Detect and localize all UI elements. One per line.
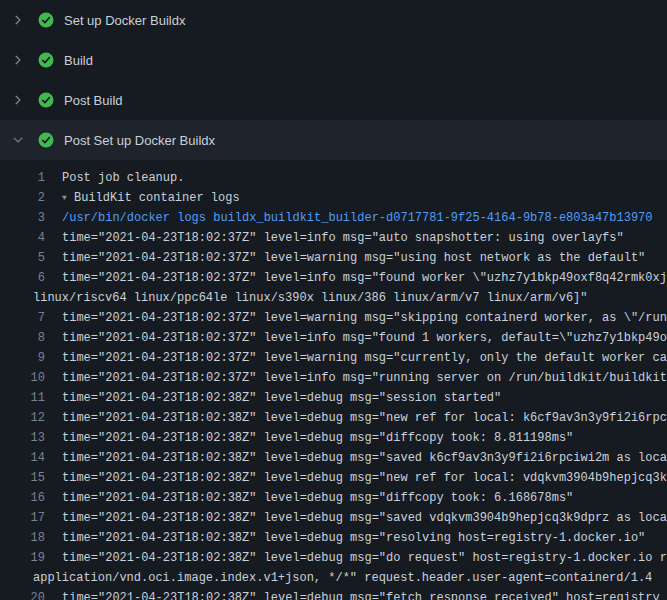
- log-line-number[interactable]: 11: [0, 388, 45, 408]
- log-content: 1Post job cleanup.2▼ BuildKit container …: [0, 160, 667, 600]
- section-header-set-up-docker-buildx[interactable]: Set up Docker Buildx: [0, 0, 667, 40]
- log-text: time="2021-04-23T18:02:38Z" level=debug …: [45, 548, 667, 568]
- log-text: time="2021-04-23T18:02:37Z" level=info m…: [45, 268, 667, 288]
- log-line-19: 19time="2021-04-23T18:02:38Z" level=debu…: [0, 548, 667, 568]
- log-group-header[interactable]: ▼ BuildKit container logs: [45, 188, 667, 208]
- log-line-15: 15time="2021-04-23T18:02:38Z" level=debu…: [0, 468, 667, 488]
- log-line-number[interactable]: 14: [0, 448, 45, 468]
- log-text: time="2021-04-23T18:02:37Z" level=info m…: [45, 328, 667, 348]
- log-line-number[interactable]: 3: [0, 208, 45, 228]
- log-line-9: 9time="2021-04-23T18:02:37Z" level=warni…: [0, 348, 667, 368]
- log-line-6: 6time="2021-04-23T18:02:37Z" level=info …: [0, 268, 667, 288]
- log-text: Post job cleanup.: [45, 168, 667, 188]
- log-line-number[interactable]: 1: [0, 168, 45, 188]
- log-text: time="2021-04-23T18:02:37Z" level=info m…: [45, 228, 667, 248]
- section-header-post-build[interactable]: Post Build: [0, 80, 667, 120]
- log-line-14: 14time="2021-04-23T18:02:38Z" level=debu…: [0, 448, 667, 468]
- log-line-number[interactable]: 7: [0, 308, 45, 328]
- chevron-right-icon: [12, 94, 24, 106]
- log-text: time="2021-04-23T18:02:37Z" level=warnin…: [45, 348, 667, 368]
- check-circle-icon: [38, 132, 54, 148]
- log-text: time="2021-04-23T18:02:38Z" level=debug …: [45, 468, 667, 488]
- log-line-number[interactable]: 12: [0, 408, 45, 428]
- log-line-18: 18time="2021-04-23T18:02:38Z" level=debu…: [0, 528, 667, 548]
- log-line-8: 8time="2021-04-23T18:02:37Z" level=info …: [0, 328, 667, 348]
- log-line-12: 12time="2021-04-23T18:02:38Z" level=debu…: [0, 408, 667, 428]
- log-command-text: /usr/bin/docker logs buildx_buildkit_bui…: [45, 208, 667, 228]
- log-text: time="2021-04-23T18:02:38Z" level=debug …: [45, 448, 667, 468]
- log-line-6-wrap: linux/riscv64 linux/ppc64le linux/s390x …: [0, 288, 667, 308]
- log-line-number[interactable]: 16: [0, 488, 45, 508]
- log-text: time="2021-04-23T18:02:38Z" level=debug …: [45, 408, 667, 428]
- log-text: time="2021-04-23T18:02:38Z" level=debug …: [45, 388, 667, 408]
- section-label: Set up Docker Buildx: [64, 13, 185, 28]
- check-circle-icon: [38, 52, 54, 68]
- log-line-number[interactable]: 17: [0, 508, 45, 528]
- log-text: time="2021-04-23T18:02:38Z" level=debug …: [45, 488, 667, 508]
- check-circle-icon: [38, 92, 54, 108]
- check-circle-icon: [38, 12, 54, 28]
- section-label: Build: [64, 53, 93, 68]
- log-text: time="2021-04-23T18:02:38Z" level=debug …: [45, 588, 667, 600]
- log-line-7: 7time="2021-04-23T18:02:37Z" level=warni…: [0, 308, 667, 328]
- log-line-number[interactable]: 9: [0, 348, 45, 368]
- section-label: Post Build: [64, 93, 123, 108]
- section-header-build[interactable]: Build: [0, 40, 667, 80]
- log-line-20: 20time="2021-04-23T18:02:38Z" level=debu…: [0, 588, 667, 600]
- log-line-number[interactable]: 18: [0, 528, 45, 548]
- log-line-17: 17time="2021-04-23T18:02:38Z" level=debu…: [0, 508, 667, 528]
- section-label: Post Set up Docker Buildx: [64, 133, 215, 148]
- log-text: time="2021-04-23T18:02:37Z" level=warnin…: [45, 308, 667, 328]
- log-line-number[interactable]: 6: [0, 268, 45, 288]
- chevron-down-icon: [12, 134, 24, 146]
- log-line-number[interactable]: 4: [0, 228, 45, 248]
- log-line-19-wrap: application/vnd.oci.image.index.v1+json,…: [0, 568, 667, 588]
- log-line-number[interactable]: 2: [0, 188, 45, 208]
- log-text: time="2021-04-23T18:02:38Z" level=debug …: [45, 428, 667, 448]
- log-line-16: 16time="2021-04-23T18:02:38Z" level=debu…: [0, 488, 667, 508]
- section-header-post-set-up-docker-buildx[interactable]: Post Set up Docker Buildx: [0, 120, 667, 160]
- log-line-13: 13time="2021-04-23T18:02:38Z" level=debu…: [0, 428, 667, 448]
- log-line-3: 3/usr/bin/docker logs buildx_buildkit_bu…: [0, 208, 667, 228]
- log-line-number[interactable]: 8: [0, 328, 45, 348]
- log-text: time="2021-04-23T18:02:37Z" level=warnin…: [45, 248, 667, 268]
- actions-log-viewer: Set up Docker BuildxBuildPost BuildPost …: [0, 0, 667, 600]
- log-line-number[interactable]: 13: [0, 428, 45, 448]
- log-line-11: 11time="2021-04-23T18:02:38Z" level=debu…: [0, 388, 667, 408]
- log-line-number[interactable]: 15: [0, 468, 45, 488]
- log-line-number[interactable]: 19: [0, 548, 45, 568]
- log-line-5: 5time="2021-04-23T18:02:37Z" level=warni…: [0, 248, 667, 268]
- group-collapse-icon[interactable]: ▼: [62, 188, 67, 208]
- log-line-number[interactable]: 20: [0, 588, 45, 600]
- log-line-4: 4time="2021-04-23T18:02:37Z" level=info …: [0, 228, 667, 248]
- log-text: time="2021-04-23T18:02:38Z" level=debug …: [45, 508, 667, 528]
- log-line-10: 10time="2021-04-23T18:02:37Z" level=info…: [0, 368, 667, 388]
- log-line-2: 2▼ BuildKit container logs: [0, 188, 667, 208]
- log-text: time="2021-04-23T18:02:37Z" level=info m…: [45, 368, 667, 388]
- log-line-1: 1Post job cleanup.: [0, 168, 667, 188]
- log-line-number[interactable]: 5: [0, 248, 45, 268]
- chevron-right-icon: [12, 14, 24, 26]
- chevron-right-icon: [12, 54, 24, 66]
- log-line-number[interactable]: 10: [0, 368, 45, 388]
- log-text: time="2021-04-23T18:02:38Z" level=debug …: [45, 528, 667, 548]
